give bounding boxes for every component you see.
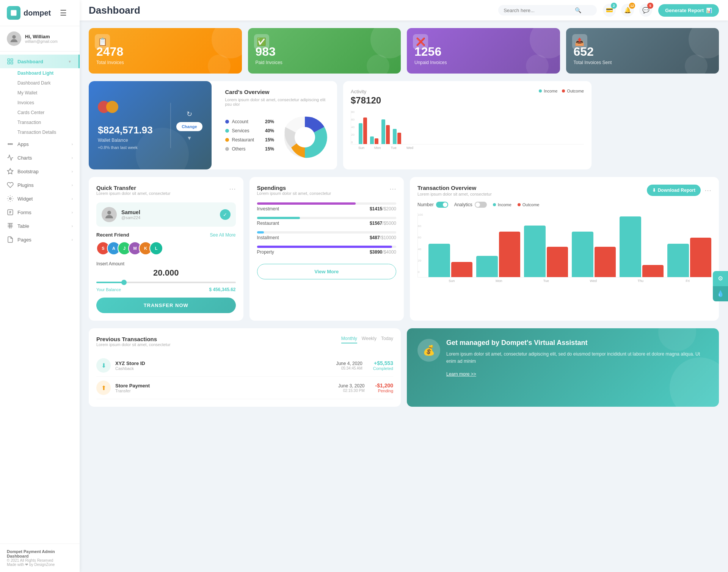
balance-label: Your Balance bbox=[96, 287, 121, 292]
investment-name: Investment bbox=[257, 206, 279, 212]
nav-subitem-invoices[interactable]: Invoices bbox=[0, 98, 80, 108]
hamburger-menu[interactable]: ☰ bbox=[60, 8, 67, 17]
tue-income-bar bbox=[524, 226, 546, 277]
theme-float-button[interactable]: 💧 bbox=[713, 286, 728, 301]
nav-item-charts[interactable]: Charts › bbox=[0, 151, 80, 165]
slider-fill bbox=[96, 282, 124, 283]
nav-section: Dashboard ▼ Dashboard Light Dashboard Da… bbox=[0, 52, 80, 544]
va-learn-more[interactable]: Learn more >> bbox=[446, 371, 476, 377]
last-row: Previous Transactions Lorem ipsum dolor … bbox=[89, 328, 719, 407]
balance-row: Your Balance $ 456,345.62 bbox=[96, 287, 236, 292]
account-label: Account bbox=[232, 119, 262, 124]
nav-item-pages[interactable]: Pages › bbox=[0, 233, 80, 246]
nav-item-apps[interactable]: Apps › bbox=[0, 137, 80, 151]
download-report-button[interactable]: ⬇ Download Report bbox=[647, 185, 701, 196]
transaction-name-2: Store Payment bbox=[115, 383, 150, 389]
slider-thumb[interactable] bbox=[121, 280, 127, 285]
nav-item-dashboard[interactable]: Dashboard ▼ bbox=[0, 55, 80, 68]
nav-item-plugins[interactable]: Plugins › bbox=[0, 178, 80, 192]
nav-plugins-arrow: › bbox=[72, 183, 73, 187]
analytics-toggle-switch[interactable] bbox=[475, 202, 487, 208]
others-pct: 15% bbox=[265, 146, 274, 152]
legend-account: Account 20% bbox=[225, 119, 275, 124]
bar-mon-income bbox=[370, 136, 374, 144]
transaction-item: ⬇ XYZ Store ID Cashback June 4, 2020 05:… bbox=[96, 354, 393, 377]
amount-slider-track bbox=[96, 282, 236, 283]
prev-transactions-desc: Lorem ipsum dolor sit amet, consectetur bbox=[96, 342, 171, 347]
username: Hi, William bbox=[25, 34, 58, 39]
wallet-overview-col: $824,571.93 Wallet Balance +0.8% than la… bbox=[89, 81, 337, 169]
bar-group-mon bbox=[476, 232, 520, 277]
nav-item-bootstrap[interactable]: Bootstrap › bbox=[0, 165, 80, 178]
user-section: Hi, William william@gmail.com bbox=[0, 26, 80, 52]
search-box: 🔍 bbox=[498, 5, 597, 16]
nav-subitem-dashboard-light[interactable]: Dashboard Light bbox=[0, 68, 80, 78]
quick-transfer-title: Quick Transfer bbox=[96, 185, 171, 191]
nav-subitem-cards-center[interactable]: Cards Center bbox=[0, 108, 80, 118]
nav-subitem-transaction-details[interactable]: Transaction Details bbox=[0, 127, 80, 137]
main-content: Dashboard 🔍 💳 2 🔔 12 💬 5 Generate Report… bbox=[80, 0, 728, 572]
nav-subitem-transaction[interactable]: Transaction bbox=[0, 118, 80, 127]
nav-forms-label: Forms bbox=[17, 210, 31, 215]
bar-sun-income bbox=[359, 123, 362, 144]
pt-tab-today[interactable]: Today bbox=[381, 336, 393, 343]
installment-name: Installment bbox=[257, 235, 279, 240]
to-x-thu: Thu bbox=[617, 279, 664, 283]
wallet-icon-btn[interactable]: 💳 2 bbox=[603, 4, 616, 17]
x-label-mon: Mon bbox=[374, 146, 381, 150]
nav-subitem-my-wallet[interactable]: My Wallet bbox=[0, 88, 80, 98]
view-more-button[interactable]: View More bbox=[257, 264, 397, 279]
bar-mon-outcome bbox=[375, 138, 378, 144]
notification-icon-btn[interactable]: 🔔 12 bbox=[621, 4, 634, 17]
nav-subitem-dashboard-dark[interactable]: Dashboard Dark bbox=[0, 78, 80, 88]
svg-point-7 bbox=[11, 144, 13, 145]
pt-tab-weekly[interactable]: Weekly bbox=[362, 336, 377, 343]
transaction-type-2: Transfer bbox=[115, 389, 150, 393]
others-label: Others bbox=[232, 146, 262, 152]
middle-row: $824,571.93 Wallet Balance +0.8% than la… bbox=[89, 81, 719, 169]
nav-arrow-icon: ▼ bbox=[68, 60, 72, 64]
see-all-button[interactable]: See All More bbox=[210, 232, 235, 238]
to-outcome-legend: Outcome bbox=[518, 202, 540, 207]
amount-label: Insert Amount bbox=[96, 261, 236, 266]
search-input[interactable] bbox=[504, 8, 572, 13]
quick-transfer-menu[interactable]: ⋯ bbox=[229, 185, 236, 193]
stat-cards-row: 📋 2478 Total Invoices ✅ 983 Paid Invoice… bbox=[89, 28, 719, 74]
cards-overview: Card's Overview Lorem ipsum dolor sit am… bbox=[218, 81, 337, 169]
transaction-bar-chart: 100 80 60 40 20 0 bbox=[417, 213, 711, 277]
bar-wed-income bbox=[393, 129, 397, 144]
installment-bar-track bbox=[257, 231, 397, 234]
virtual-assistant-card: 💰 Get managed by Dompet's Virtual Assist… bbox=[407, 328, 719, 407]
number-toggle-switch[interactable] bbox=[436, 202, 448, 208]
chat-badge: 5 bbox=[647, 3, 653, 9]
chat-icon-btn[interactable]: 💬 5 bbox=[639, 4, 652, 17]
app-logo-text: dompet bbox=[24, 9, 51, 17]
pt-tab-monthly[interactable]: Monthly bbox=[341, 336, 357, 343]
nav-item-table[interactable]: Table › bbox=[0, 219, 80, 233]
outcome-label: Outcome bbox=[567, 89, 584, 93]
logo-icon bbox=[7, 6, 20, 20]
spendings-menu[interactable]: ⋯ bbox=[389, 185, 396, 193]
friend-av-6: L bbox=[149, 241, 163, 255]
nav-pages-label: Pages bbox=[17, 237, 31, 243]
change-button[interactable]: Change bbox=[176, 122, 202, 131]
svg-point-5 bbox=[10, 144, 11, 145]
number-toggle-label: Number bbox=[417, 202, 434, 207]
transaction-overview-menu[interactable]: ⋯ bbox=[704, 186, 711, 194]
transaction-date-value-2: June 3, 2020 bbox=[338, 383, 364, 389]
nav-pages-arrow: › bbox=[72, 238, 73, 242]
settings-float-button[interactable]: ⚙ bbox=[713, 271, 728, 286]
activity-card: Activity $78120 Income Outcome bbox=[343, 81, 592, 169]
check-button[interactable]: ✓ bbox=[220, 209, 231, 220]
cards-overview-title: Card's Overview bbox=[225, 89, 330, 95]
generate-report-button[interactable]: Generate Report 📊 bbox=[658, 4, 719, 17]
mon-outcome-bar bbox=[499, 232, 521, 277]
nav-item-widget[interactable]: Widget › bbox=[0, 192, 80, 205]
nav-item-forms[interactable]: Forms › bbox=[0, 205, 80, 219]
transfer-now-button[interactable]: TRANSFER NOW bbox=[96, 298, 236, 313]
nav-apps-arrow: › bbox=[72, 142, 73, 146]
recipient-card: Samuel @sam224 ✓ bbox=[96, 202, 236, 227]
transaction-date: June 4, 2020 05:34:45 AM bbox=[336, 361, 362, 370]
unpaid-invoices-label: Unpaid Invoices bbox=[414, 60, 552, 65]
svg-point-9 bbox=[9, 198, 11, 200]
